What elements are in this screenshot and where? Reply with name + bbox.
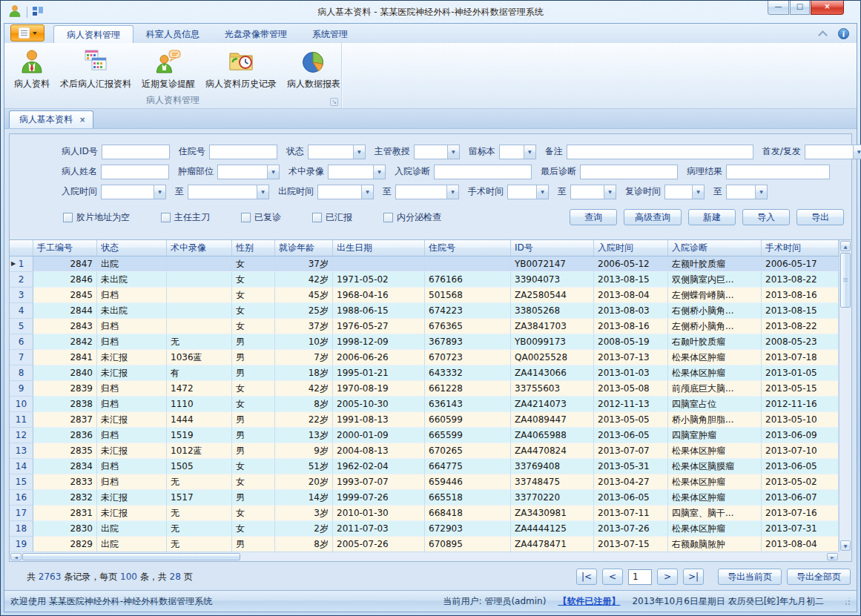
filter-select[interactable]: ▼ <box>805 145 861 159</box>
close-button[interactable]: × <box>811 1 844 15</box>
action-button[interactable]: 新建 <box>688 209 736 225</box>
dropdown-arrow-icon[interactable]: ▼ <box>373 165 385 179</box>
dropdown-arrow-icon[interactable]: ▼ <box>755 185 767 199</box>
filter-input[interactable] <box>567 145 753 159</box>
scroll-up-icon[interactable]: ▲ <box>840 241 851 251</box>
horizontal-scrollbar[interactable]: ◄ ► <box>10 552 839 561</box>
tab-close-icon[interactable]: × <box>79 116 85 124</box>
table-row[interactable]: 112837未汇报1444男22岁1991-08-13660599ZA40894… <box>10 412 839 428</box>
filter-checkbox[interactable]: 已复诊 <box>241 211 281 224</box>
table-row[interactable]: 162832未汇报1517男14岁1999-07-266655183377022… <box>10 490 839 506</box>
dropdown-arrow-icon[interactable]: ▼ <box>692 185 704 199</box>
help-info-icon[interactable]: i <box>838 28 849 39</box>
grid-column-header[interactable]: ID号 <box>511 240 594 256</box>
dropdown-arrow-icon[interactable]: ▼ <box>447 145 459 159</box>
filter-checkbox[interactable]: 已汇报 <box>312 211 352 224</box>
scroll-left-icon[interactable]: ◄ <box>10 553 22 560</box>
dialog-launcher-icon[interactable]: ↘ <box>330 98 338 106</box>
table-row[interactable]: 22846未出院女42岁1971-05-02676166339040732013… <box>10 272 839 288</box>
checkbox-box[interactable] <box>312 213 322 222</box>
ribbon-item-patient-info[interactable]: 病人资料 <box>9 46 55 92</box>
table-row[interactable]: ▶12847出院女37岁YB00721472006-05-12左额叶胶质瘤200… <box>10 256 839 272</box>
table-row[interactable]: 62842归档无男10岁1998-12-09367893YB0099173200… <box>10 334 839 350</box>
table-row[interactable]: 52843归档女37岁1976-05-27676365ZA38417032013… <box>10 319 839 334</box>
scroll-right-icon[interactable]: ► <box>827 553 838 560</box>
filter-select[interactable]: ▼ <box>570 185 616 199</box>
table-row[interactable]: 92839归档1472女42岁1970-08-19661228337556032… <box>10 381 839 397</box>
action-button[interactable]: 导入 <box>742 209 790 225</box>
filter-select[interactable]: ▼ <box>188 185 269 199</box>
filter-input[interactable] <box>101 165 169 179</box>
table-row[interactable]: 102838归档1110女8岁2005-10-30636143ZA4214073… <box>10 397 839 412</box>
action-button[interactable]: 导出 <box>796 209 844 225</box>
page-number-input[interactable]: 1 <box>628 569 652 585</box>
filter-checkbox[interactable]: 主任主刀 <box>161 211 210 224</box>
first-page-button[interactable]: |< <box>576 569 597 585</box>
grid-column-header[interactable]: 入院诊断 <box>668 240 762 256</box>
grid-column-header[interactable]: 术中录像 <box>167 240 232 256</box>
grid-column-header[interactable]: 手术时间 <box>762 240 839 256</box>
dropdown-arrow-icon[interactable]: ▼ <box>267 165 279 179</box>
table-row[interactable]: 132835未汇报1012蓝男9岁2004-08-13670265ZA44708… <box>10 443 839 459</box>
action-button[interactable]: 查询 <box>570 209 617 225</box>
tab-patient-basic-info[interactable]: 病人基本资料 × <box>9 110 93 128</box>
maximize-button[interactable]: □ <box>790 1 810 15</box>
filter-input[interactable] <box>209 145 277 159</box>
minimize-button[interactable]: — <box>768 1 789 15</box>
dropdown-arrow-icon[interactable]: ▼ <box>604 185 616 199</box>
filter-input[interactable] <box>726 165 830 179</box>
table-row[interactable]: 122836归档1519男13岁2000-01-09665599ZA406598… <box>10 428 839 443</box>
filter-select[interactable]: ▼ <box>328 165 386 179</box>
filter-select[interactable]: ▼ <box>317 185 374 199</box>
dropdown-arrow-icon[interactable]: ▼ <box>853 145 861 159</box>
filter-input[interactable] <box>580 165 678 179</box>
table-row[interactable]: 152833归档无女20岁1993-07-0765944633748475201… <box>10 474 839 490</box>
ribbon-tab[interactable]: 病人资料管理 <box>53 25 133 43</box>
filter-select[interactable]: ▼ <box>664 185 705 199</box>
filter-checkbox[interactable]: 胶片地址为空 <box>63 211 130 224</box>
filter-select[interactable]: ▼ <box>308 145 366 159</box>
dropdown-arrow-icon[interactable]: ▼ <box>536 185 548 199</box>
action-button[interactable]: 高级查询 <box>624 209 682 225</box>
ribbon-item-postop-report[interactable]: 术后病人汇报资料 <box>55 46 136 92</box>
ribbon-item-data-report[interactable]: 病人数据报表 <box>282 46 346 92</box>
filter-select[interactable]: ▼ <box>101 185 166 199</box>
checkbox-box[interactable] <box>383 213 393 222</box>
ribbon-item-history-record[interactable]: 病人资料历史记录 <box>200 46 282 92</box>
filter-select[interactable]: ▼ <box>507 185 549 199</box>
checkbox-box[interactable] <box>161 213 171 222</box>
export-all-pages-button[interactable]: 导出全部页 <box>787 569 851 585</box>
dropdown-arrow-icon[interactable]: ▼ <box>446 185 458 199</box>
filter-select[interactable]: ▼ <box>217 165 280 179</box>
ribbon-tab[interactable]: 光盘录像带管理 <box>212 26 300 43</box>
table-row[interactable]: 182830出院无女2岁2011-07-03672903ZA4444125201… <box>10 521 839 537</box>
last-page-button[interactable]: >| <box>683 569 704 585</box>
ribbon-tab[interactable]: 系统管理 <box>300 26 360 43</box>
vertical-scrollbar[interactable]: ▲ ▼ <box>839 240 851 552</box>
grid-column-header[interactable]: 住院号 <box>425 240 511 256</box>
grid-column-header[interactable]: 就诊年龄 <box>275 240 333 256</box>
grid-column-header[interactable]: 性别 <box>232 240 275 256</box>
dropdown-arrow-icon[interactable]: ▼ <box>257 185 268 199</box>
grid-column-header[interactable]: 入院时间 <box>594 240 668 256</box>
checkbox-box[interactable] <box>241 213 251 222</box>
filter-checkbox[interactable]: 内分泌检查 <box>383 211 441 224</box>
filter-select[interactable]: ▼ <box>414 145 460 159</box>
checkbox-box[interactable] <box>63 213 73 222</box>
grid-column-header[interactable]: 状态 <box>97 240 167 256</box>
app-menu-button[interactable] <box>10 24 44 42</box>
resize-grip-icon[interactable] <box>842 597 851 606</box>
table-row[interactable]: 32845归档女45岁1968-04-16501568ZA25805442013… <box>10 288 839 303</box>
table-row[interactable]: 42844未出院女25岁1988-06-15674223338052682013… <box>10 303 839 319</box>
export-current-page-button[interactable]: 导出当前页 <box>718 569 782 585</box>
table-row[interactable]: 82840未汇报有男18岁1995-01-21643332ZA414306620… <box>10 365 839 381</box>
ribbon-tab[interactable]: 科室人员信息 <box>133 26 212 43</box>
filter-input[interactable] <box>434 165 532 179</box>
filter-select[interactable]: ▼ <box>499 145 536 159</box>
table-row[interactable]: 172831未汇报无女3岁2010-01-30668418ZA343098120… <box>10 506 839 521</box>
dropdown-arrow-icon[interactable]: ▼ <box>154 185 165 199</box>
filter-input[interactable] <box>102 145 170 159</box>
horizontal-scroll-thumb[interactable] <box>22 553 240 560</box>
grid-column-header[interactable]: 手工编号 <box>33 240 97 256</box>
dropdown-arrow-icon[interactable]: ▼ <box>361 185 373 199</box>
